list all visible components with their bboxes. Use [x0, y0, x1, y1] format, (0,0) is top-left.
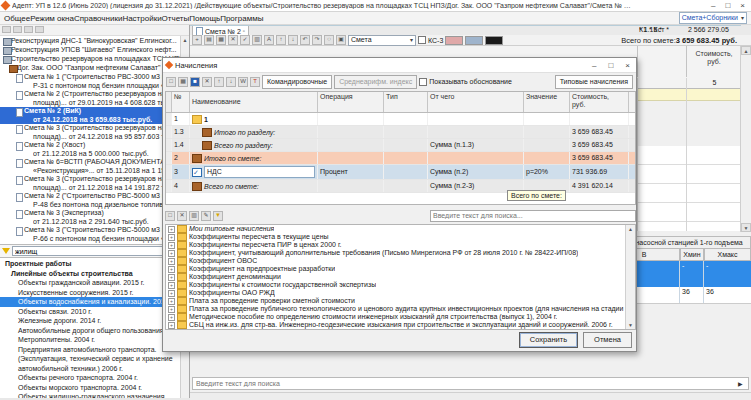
reference-tree-item[interactable]: Проектные работы	[0, 259, 189, 269]
insert-accrual-icon[interactable]: ▦	[178, 77, 188, 87]
menu-item[interactable]: Справочники	[74, 14, 122, 23]
expand-icon[interactable]	[168, 298, 175, 305]
typical-accrual-item[interactable]: Плата за проведение проверки сметной сто…	[166, 297, 635, 305]
business-trip-button[interactable]: Командировочные	[262, 75, 332, 89]
font-icon[interactable]: A	[264, 35, 274, 45]
paste-icon[interactable]: ▦	[216, 35, 226, 45]
scroll-down-icon[interactable]: ▼	[741, 223, 751, 232]
typical-accrual-item[interactable]: Коэффициент, учитывающий дополнительные …	[166, 249, 635, 257]
menu-item[interactable]: Режим окна	[30, 14, 74, 23]
expand-icon[interactable]	[168, 282, 175, 289]
cancel-button[interactable]: Отмена	[583, 332, 632, 348]
tree-item[interactable]: Смета № 6=ВСТП (РАБОЧАЯ ДОКУМЕНТАЦИЯ «Ре…	[0, 158, 189, 175]
tree-item[interactable]: Смета № 3 (Строительство резервуаров на …	[0, 124, 189, 141]
typical-accruals-button[interactable]: Типовые начисления	[555, 75, 633, 89]
expand-icon[interactable]	[168, 322, 175, 329]
tree-item[interactable]: Дог. Зак. ООО "Газпром нефтехим Салават"	[0, 64, 189, 73]
expand-icon[interactable]	[168, 250, 175, 257]
scroll-up-icon[interactable]: ▲	[181, 36, 189, 44]
scroll-up-icon[interactable]: ▲	[626, 225, 635, 233]
typical-accrual-item[interactable]: СБЦ на инж.из. для стр-ва. Инженерно-гео…	[166, 321, 635, 329]
new-object-icon[interactable]	[2, 26, 11, 33]
main-search-input[interactable]	[193, 380, 738, 387]
tree-item[interactable]: Строительство резервуаров на площадках Т…	[0, 55, 189, 64]
text-icon[interactable]: T	[250, 77, 260, 87]
menu-item[interactable]: Настройки	[122, 14, 161, 23]
edit-object-icon[interactable]	[13, 26, 22, 33]
new-item-icon[interactable]: □	[165, 211, 175, 221]
save-button[interactable]: Сохранить	[519, 332, 578, 348]
estimate-grid-row[interactable]: * 1.15 *	[190, 25, 741, 26]
reference-tree-item[interactable]: Линейные объекты строительства	[0, 269, 189, 279]
move-down-icon[interactable]: ↓	[288, 35, 298, 45]
tree-item[interactable]: Смета № 3 (Экспертиза) от 21.12.2018 на …	[0, 209, 189, 226]
tree-item[interactable]: Смета № 1 ("Строительство РВС-3000 м3 по…	[0, 73, 189, 90]
close-button[interactable]: ×	[740, 1, 745, 10]
grid-mode-select[interactable]: Смета	[348, 35, 416, 46]
delete-object-icon[interactable]	[24, 26, 33, 33]
search-icon[interactable]: ◌	[324, 35, 334, 45]
reference-tree-item[interactable]: Объекты связи. 2010 г.	[0, 307, 189, 317]
reference-tree-item[interactable]: Объекты гражданской авиации. 2015 г.	[0, 278, 189, 288]
typical-accrual-item[interactable]: Методическое пособие по определению стои…	[166, 313, 635, 321]
reference-tree-item[interactable]: Предприятия автомобильного транспорта. (…	[0, 345, 189, 374]
accrual-row[interactable]: 1.4 Всего по разделу: Сумма (п.1.3) 3 65…	[166, 139, 635, 152]
expand-icon[interactable]	[168, 258, 175, 265]
accrual-row[interactable]: 2 Итого по смете: 3 659 683.45	[166, 152, 635, 165]
show-basis-checkbox-box[interactable]	[419, 78, 427, 86]
accrual-row[interactable]: 3 НДС Процент Сумма (п.2) p=20% 731 936.…	[166, 165, 635, 180]
tab-pin-icon[interactable]	[243, 28, 245, 34]
delete-accrual-icon[interactable]: ✕	[202, 77, 212, 87]
expand-icon[interactable]	[168, 274, 175, 281]
copy-icon[interactable]: ▤	[204, 35, 214, 45]
typical-accrual-item[interactable]: Коэффициент ОВОС	[166, 257, 635, 265]
save-item-icon[interactable]: ▥	[189, 211, 199, 221]
move-up-icon[interactable]: ↑	[276, 35, 286, 45]
add-row-icon[interactable]: +	[192, 35, 202, 45]
typical-accrual-item[interactable]: Коэффициенты пересчета ПИР в ценах 2000 …	[166, 241, 635, 249]
tree-item[interactable]: Реконструкция УПСВ "Шигаево" Елгинского …	[0, 46, 189, 55]
typical-accrual-item[interactable]: Мои типовые начисления	[166, 225, 635, 233]
menu-item[interactable]: Помощь	[189, 14, 220, 23]
expand-icon[interactable]	[168, 226, 175, 233]
tree-item[interactable]: Смета № 3 (Строительство резервуаров на …	[0, 175, 189, 192]
menu-item[interactable]: Программы	[220, 14, 263, 23]
maximize-button[interactable]: □	[725, 1, 730, 10]
reference-tree-item[interactable]: Объекты жилищно-гражданского назначения.…	[0, 392, 189, 398]
typical-accrual-item[interactable]: Коэффициент деноминации	[166, 273, 635, 281]
grid-icon[interactable]: ▥	[252, 35, 262, 45]
dialog-minimize-button[interactable]: –	[592, 61, 596, 70]
redo-icon[interactable]: ↷	[312, 35, 322, 45]
filter-icon[interactable]: ▼	[213, 211, 223, 221]
formula-icon[interactable]: W	[238, 77, 248, 87]
typical-accrual-item[interactable]: Коэффициенты пересчета в текущие цены	[166, 233, 635, 241]
estimate-grid-scrollbar[interactable]: ▲ ▼	[740, 46, 751, 232]
accrual-row[interactable]: 1 1	[166, 113, 635, 126]
typical-list-scrollbar[interactable]: ▲ ▼	[625, 225, 635, 329]
expand-icon[interactable]	[168, 234, 175, 241]
reference-tree-item[interactable]: Железные дороги. 2014 г.	[0, 316, 189, 326]
undo-icon[interactable]: ↶	[300, 35, 310, 45]
scroll-up-icon[interactable]: ▲	[741, 46, 751, 55]
typical-search-input[interactable]	[430, 210, 636, 222]
scroll-down-icon[interactable]: ▼	[181, 395, 189, 398]
move-up-icon[interactable]: ↑	[214, 77, 224, 87]
reference-tree-item[interactable]: Объекты речного транспорта. 2004 г.	[0, 373, 189, 383]
menu-item[interactable]: Отчеты	[162, 14, 190, 23]
typical-accrual-item[interactable]: Коэффициент на предпроектные разработки	[166, 265, 635, 273]
tree-item[interactable]: Смета № 4 (=Строит...	[0, 243, 189, 244]
typical-accrual-item[interactable]: Коэффициенты к стоимости государственной…	[166, 281, 635, 289]
view-mode-select[interactable]: Смета+Сборники	[679, 12, 747, 24]
dialog-maximize-button[interactable]: □	[608, 61, 613, 70]
edit-item-icon[interactable]: ✎	[201, 211, 211, 221]
reference-tree-item[interactable]: Метрополитены. 2004 г.	[0, 335, 189, 345]
ks3-checkbox-box[interactable]	[418, 36, 426, 44]
expand-icon[interactable]	[168, 306, 175, 313]
tree-item[interactable]: Смета № 2 (Хвост) от 21.12.2018 на 5 000…	[0, 141, 189, 158]
tree-item[interactable]: Смета № 3 ("Строительство РВС-5000 м3 по…	[0, 226, 189, 243]
show-basis-checkbox[interactable]: Показывать обоснование	[419, 78, 512, 86]
check-icon[interactable]: ✓	[240, 35, 250, 45]
dialog-close-button[interactable]: ×	[625, 61, 630, 70]
print-icon[interactable]: ▣	[336, 35, 346, 45]
tree-item[interactable]: Смета № 2 ("Строительство РВС-5000 м3 по…	[0, 192, 189, 209]
